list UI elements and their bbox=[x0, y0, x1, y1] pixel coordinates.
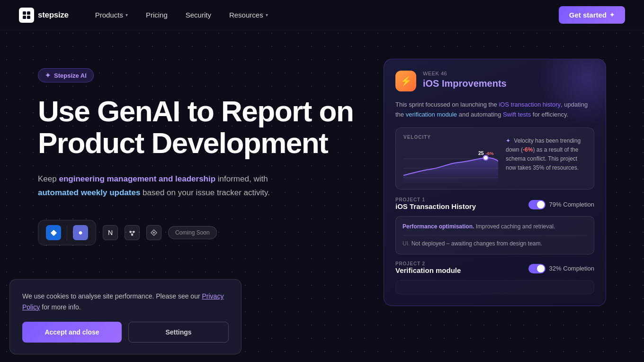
sprint-panel: ⚡ Week 46 iOS Improvements This sprint f… bbox=[384, 59, 606, 306]
github-icon bbox=[125, 225, 140, 240]
logo[interactable]: stepsize bbox=[19, 8, 69, 23]
nav-links: Products ▾ Pricing Security Resources ▾ bbox=[88, 7, 276, 23]
cookie-buttons: Accept and close Settings bbox=[22, 322, 229, 343]
svg-text:-6%: -6% bbox=[486, 151, 494, 156]
panel-title: iOS Improvements bbox=[423, 78, 507, 89]
chevron-down-icon: ▾ bbox=[266, 12, 268, 18]
active-integrations: ◆ ● bbox=[38, 220, 96, 245]
velocity-chart: 25 -6% bbox=[403, 145, 498, 182]
integrations-strip: ◆ ● N Coming bbox=[38, 220, 355, 245]
cookie-banner: We use cookies to analyse site performan… bbox=[9, 279, 242, 354]
svg-rect-3 bbox=[27, 16, 30, 19]
hero-title: Use GenAI to Report on Product Developme… bbox=[38, 96, 355, 159]
svg-point-10 bbox=[153, 232, 155, 234]
coming-soon-label: Coming Soon bbox=[168, 226, 217, 239]
hero-subtitle: Keep engineering management and leadersh… bbox=[38, 172, 303, 200]
settings-button[interactable]: Settings bbox=[128, 322, 229, 343]
svg-text:25: 25 bbox=[478, 151, 484, 156]
week-label: Week 46 bbox=[423, 71, 507, 76]
logo-text: stepsize bbox=[38, 10, 69, 20]
get-started-button[interactable]: Get started ✦ bbox=[559, 6, 625, 24]
sprint-description: This sprint focussed on launching the iO… bbox=[395, 100, 594, 120]
product-badge: ✦ Stepsize AI bbox=[38, 68, 94, 82]
chevron-down-icon: ▾ bbox=[125, 12, 128, 18]
badge-star-icon: ✦ bbox=[45, 72, 51, 79]
project-2-row: PROJECT 2 Verification module 32% Comple… bbox=[395, 261, 594, 294]
project2-toggle[interactable] bbox=[528, 264, 546, 273]
cookie-text: We use cookies to analyse site performan… bbox=[22, 291, 229, 312]
project2-notes bbox=[395, 280, 594, 294]
nav-pricing[interactable]: Pricing bbox=[138, 7, 175, 23]
svg-point-14 bbox=[483, 155, 488, 160]
linear-icon: ● bbox=[73, 225, 88, 240]
notion-icon: N bbox=[103, 225, 118, 240]
accept-button[interactable]: Accept and close bbox=[22, 322, 122, 343]
velocity-card: VELOCITY bbox=[395, 127, 594, 190]
project1-toggle[interactable] bbox=[528, 200, 546, 209]
shortcut-icon bbox=[146, 225, 161, 240]
svg-rect-2 bbox=[23, 16, 26, 19]
velocity-description: ✦ Velocity has been trending down (-6%) … bbox=[506, 135, 586, 182]
project1-notes: Performance optimisation. Improved cachi… bbox=[395, 216, 594, 254]
svg-rect-0 bbox=[23, 11, 26, 15]
panel-header: ⚡ Week 46 iOS Improvements bbox=[395, 71, 594, 91]
nav-products[interactable]: Products ▾ bbox=[88, 7, 135, 23]
hero-right: ⚡ Week 46 iOS Improvements This sprint f… bbox=[384, 59, 606, 306]
project-1-row: PROJECT 1 iOS Transaction History 79% Co… bbox=[395, 197, 594, 254]
sprint-icon: ⚡ bbox=[395, 71, 416, 91]
divider bbox=[67, 225, 67, 240]
jira-icon: ◆ bbox=[46, 225, 61, 240]
hero-left: ✦ Stepsize AI Use GenAI to Report on Pro… bbox=[38, 59, 355, 245]
nav-resources[interactable]: Resources ▾ bbox=[222, 7, 276, 23]
svg-rect-1 bbox=[27, 11, 30, 15]
nav-security[interactable]: Security bbox=[178, 7, 219, 23]
logo-icon bbox=[19, 8, 34, 23]
sparkle-icon: ✦ bbox=[609, 11, 615, 18]
navbar: stepsize Products ▾ Pricing Security Res… bbox=[0, 0, 644, 30]
